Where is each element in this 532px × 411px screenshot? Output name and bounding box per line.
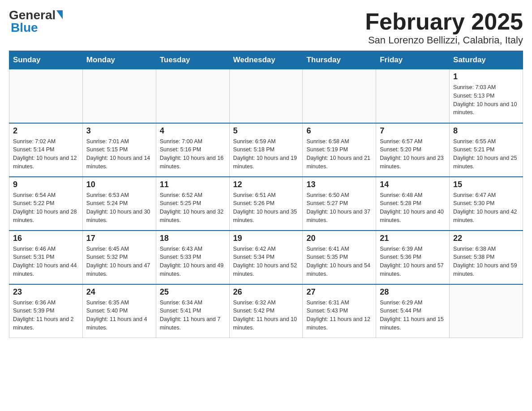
calendar-title: February 2025: [365, 9, 523, 34]
day-number: 15: [453, 180, 519, 189]
day-number: 19: [233, 234, 299, 243]
day-number: 14: [380, 180, 446, 189]
day-cell: 3Sunrise: 7:01 AMSunset: 5:15 PMDaylight…: [82, 123, 156, 177]
day-cell: [82, 69, 156, 123]
day-number: 7: [380, 126, 446, 136]
day-number: 8: [453, 126, 519, 136]
week-row-3: 9Sunrise: 6:54 AMSunset: 5:22 PMDaylight…: [9, 177, 523, 231]
day-number: 18: [160, 234, 226, 243]
day-info: Sunrise: 6:46 AMSunset: 5:31 PMDaylight:…: [13, 245, 79, 278]
day-info: Sunrise: 7:03 AMSunset: 5:13 PMDaylight:…: [453, 83, 519, 117]
calendar-subtitle: San Lorenzo Bellizzi, Calabria, Italy: [365, 34, 523, 46]
logo-triangle-icon: [56, 10, 63, 19]
day-cell: 22Sunrise: 6:38 AMSunset: 5:38 PMDayligh…: [450, 231, 523, 284]
week-row-2: 2Sunrise: 7:02 AMSunset: 5:14 PMDaylight…: [9, 123, 523, 177]
page-header: General Blue February 2025 San Lorenzo B…: [9, 9, 523, 46]
header-monday: Monday: [82, 51, 156, 69]
day-number: 24: [86, 287, 152, 297]
day-cell: 12Sunrise: 6:51 AMSunset: 5:26 PMDayligh…: [229, 177, 303, 231]
day-cell: [156, 69, 229, 123]
day-info: Sunrise: 6:39 AMSunset: 5:36 PMDaylight:…: [380, 245, 446, 278]
header-tuesday: Tuesday: [156, 51, 229, 69]
day-number: 16: [13, 234, 79, 243]
header-friday: Friday: [376, 51, 450, 69]
day-cell: 24Sunrise: 6:35 AMSunset: 5:40 PMDayligh…: [82, 284, 156, 338]
day-cell: 25Sunrise: 6:34 AMSunset: 5:41 PMDayligh…: [156, 284, 229, 338]
day-number: 20: [306, 234, 372, 243]
day-info: Sunrise: 7:02 AMSunset: 5:14 PMDaylight:…: [13, 137, 79, 171]
day-number: 6: [306, 126, 372, 136]
day-cell: 28Sunrise: 6:29 AMSunset: 5:44 PMDayligh…: [376, 284, 450, 338]
day-cell: 10Sunrise: 6:53 AMSunset: 5:24 PMDayligh…: [82, 177, 156, 231]
day-cell: 7Sunrise: 6:57 AMSunset: 5:20 PMDaylight…: [376, 123, 450, 177]
day-number: 11: [160, 180, 226, 189]
day-number: 23: [13, 287, 79, 297]
day-number: 3: [86, 126, 152, 136]
day-number: 28: [380, 287, 446, 297]
day-cell: [9, 69, 83, 123]
header-thursday: Thursday: [303, 51, 376, 69]
day-info: Sunrise: 6:54 AMSunset: 5:22 PMDaylight:…: [13, 191, 79, 225]
title-block: February 2025 San Lorenzo Bellizzi, Cala…: [365, 9, 523, 46]
day-number: 27: [306, 287, 372, 297]
day-number: 13: [306, 180, 372, 189]
day-info: Sunrise: 7:00 AMSunset: 5:16 PMDaylight:…: [160, 137, 226, 171]
day-info: Sunrise: 6:53 AMSunset: 5:24 PMDaylight:…: [86, 191, 152, 225]
day-cell: 27Sunrise: 6:31 AMSunset: 5:43 PMDayligh…: [303, 284, 376, 338]
day-info: Sunrise: 6:34 AMSunset: 5:41 PMDaylight:…: [160, 299, 226, 332]
day-number: 22: [453, 234, 519, 243]
day-number: 17: [86, 234, 152, 243]
day-number: 4: [160, 126, 226, 136]
day-number: 2: [13, 126, 79, 136]
day-number: 1: [453, 72, 519, 81]
day-cell: 19Sunrise: 6:42 AMSunset: 5:34 PMDayligh…: [229, 231, 303, 284]
calendar-table: Sunday Monday Tuesday Wednesday Thursday…: [9, 51, 523, 338]
day-cell: [450, 284, 523, 338]
day-info: Sunrise: 6:47 AMSunset: 5:30 PMDaylight:…: [453, 191, 519, 225]
day-cell: 1Sunrise: 7:03 AMSunset: 5:13 PMDaylight…: [450, 69, 523, 123]
day-info: Sunrise: 6:50 AMSunset: 5:27 PMDaylight:…: [306, 191, 372, 225]
day-number: 9: [13, 180, 79, 189]
day-cell: 2Sunrise: 7:02 AMSunset: 5:14 PMDaylight…: [9, 123, 83, 177]
day-info: Sunrise: 6:29 AMSunset: 5:44 PMDaylight:…: [380, 299, 446, 332]
day-info: Sunrise: 6:31 AMSunset: 5:43 PMDaylight:…: [306, 299, 372, 332]
day-info: Sunrise: 6:48 AMSunset: 5:28 PMDaylight:…: [380, 191, 446, 225]
day-info: Sunrise: 6:32 AMSunset: 5:42 PMDaylight:…: [233, 299, 299, 332]
day-cell: 5Sunrise: 6:59 AMSunset: 5:18 PMDaylight…: [229, 123, 303, 177]
header-sunday: Sunday: [9, 51, 83, 69]
logo: General Blue: [9, 9, 63, 34]
day-cell: 21Sunrise: 6:39 AMSunset: 5:36 PMDayligh…: [376, 231, 450, 284]
day-number: 5: [233, 126, 299, 136]
day-info: Sunrise: 6:52 AMSunset: 5:25 PMDaylight:…: [160, 191, 226, 225]
day-info: Sunrise: 6:55 AMSunset: 5:21 PMDaylight:…: [453, 137, 519, 171]
day-number: 25: [160, 287, 226, 297]
day-info: Sunrise: 6:51 AMSunset: 5:26 PMDaylight:…: [233, 191, 299, 225]
day-info: Sunrise: 7:01 AMSunset: 5:15 PMDaylight:…: [86, 137, 152, 171]
weekday-header-row: Sunday Monday Tuesday Wednesday Thursday…: [9, 51, 523, 69]
day-info: Sunrise: 6:45 AMSunset: 5:32 PMDaylight:…: [86, 245, 152, 278]
day-info: Sunrise: 6:38 AMSunset: 5:38 PMDaylight:…: [453, 245, 519, 278]
day-cell: 6Sunrise: 6:58 AMSunset: 5:19 PMDaylight…: [303, 123, 376, 177]
day-cell: 11Sunrise: 6:52 AMSunset: 5:25 PMDayligh…: [156, 177, 229, 231]
day-cell: 16Sunrise: 6:46 AMSunset: 5:31 PMDayligh…: [9, 231, 83, 284]
day-cell: 15Sunrise: 6:47 AMSunset: 5:30 PMDayligh…: [450, 177, 523, 231]
day-number: 21: [380, 234, 446, 243]
day-number: 26: [233, 287, 299, 297]
day-info: Sunrise: 6:35 AMSunset: 5:40 PMDaylight:…: [86, 299, 152, 332]
day-info: Sunrise: 6:57 AMSunset: 5:20 PMDaylight:…: [380, 137, 446, 171]
day-number: 10: [86, 180, 152, 189]
day-info: Sunrise: 6:42 AMSunset: 5:34 PMDaylight:…: [233, 245, 299, 278]
week-row-1: 1Sunrise: 7:03 AMSunset: 5:13 PMDaylight…: [9, 69, 523, 123]
week-row-4: 16Sunrise: 6:46 AMSunset: 5:31 PMDayligh…: [9, 231, 523, 284]
day-info: Sunrise: 6:59 AMSunset: 5:18 PMDaylight:…: [233, 137, 299, 171]
logo-general-text: General: [9, 9, 56, 21]
day-cell: 4Sunrise: 7:00 AMSunset: 5:16 PMDaylight…: [156, 123, 229, 177]
day-cell: 14Sunrise: 6:48 AMSunset: 5:28 PMDayligh…: [376, 177, 450, 231]
day-cell: [376, 69, 450, 123]
header-wednesday: Wednesday: [229, 51, 303, 69]
day-cell: 20Sunrise: 6:41 AMSunset: 5:35 PMDayligh…: [303, 231, 376, 284]
day-info: Sunrise: 6:43 AMSunset: 5:33 PMDaylight:…: [160, 245, 226, 278]
day-info: Sunrise: 6:41 AMSunset: 5:35 PMDaylight:…: [306, 245, 372, 278]
day-cell: [303, 69, 376, 123]
day-cell: 26Sunrise: 6:32 AMSunset: 5:42 PMDayligh…: [229, 284, 303, 338]
